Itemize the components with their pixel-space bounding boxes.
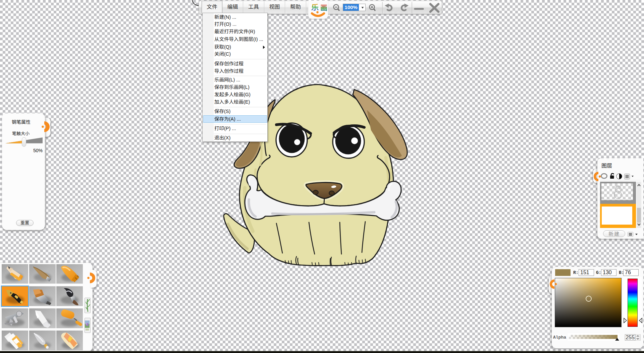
svg-text:画: 画 <box>320 3 327 12</box>
svg-text:乐: 乐 <box>311 3 319 12</box>
